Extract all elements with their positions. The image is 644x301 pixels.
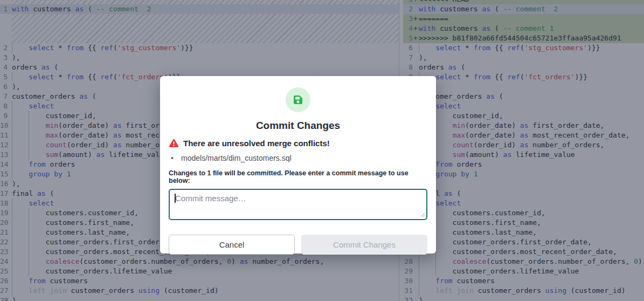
commit-changes-button[interactable]: Commit Changes <box>301 235 427 255</box>
cancel-button[interactable]: Cancel <box>169 235 295 255</box>
conflict-file-list: models/marts/dim_customers.sql <box>169 153 427 163</box>
commit-changes-modal: Commit Changes There are unresolved merg… <box>160 76 436 254</box>
conflict-file: models/marts/dim_customers.sql <box>169 153 427 163</box>
warning-text: There are unresolved merge conflicts! <box>183 139 330 148</box>
commit-message-input[interactable] <box>169 189 427 220</box>
commit-prompt: Changes to 1 file will be committed. Ple… <box>169 169 427 184</box>
resize-grip-icon[interactable] <box>420 213 425 217</box>
save-icon <box>286 87 310 112</box>
app-root: 1with customers as ( -- comment 22 selec… <box>0 0 644 301</box>
modal-title: Commit Changes <box>169 120 427 132</box>
warning-icon <box>169 139 179 148</box>
text-caret <box>175 194 176 203</box>
